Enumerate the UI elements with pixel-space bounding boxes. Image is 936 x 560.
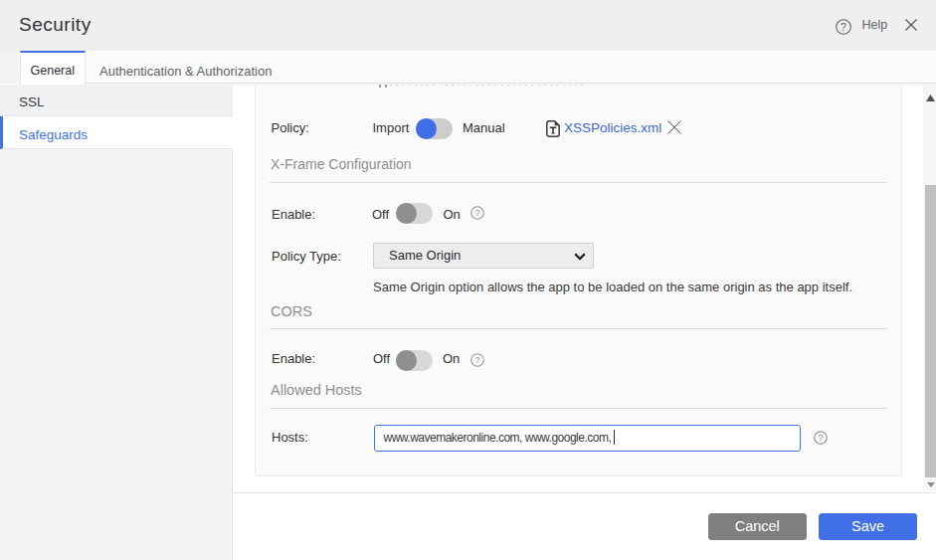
svg-text:?: ? xyxy=(818,433,823,443)
svg-text:?: ? xyxy=(474,208,479,218)
svg-text:?: ? xyxy=(841,21,846,33)
svg-text:?: ? xyxy=(474,355,479,365)
